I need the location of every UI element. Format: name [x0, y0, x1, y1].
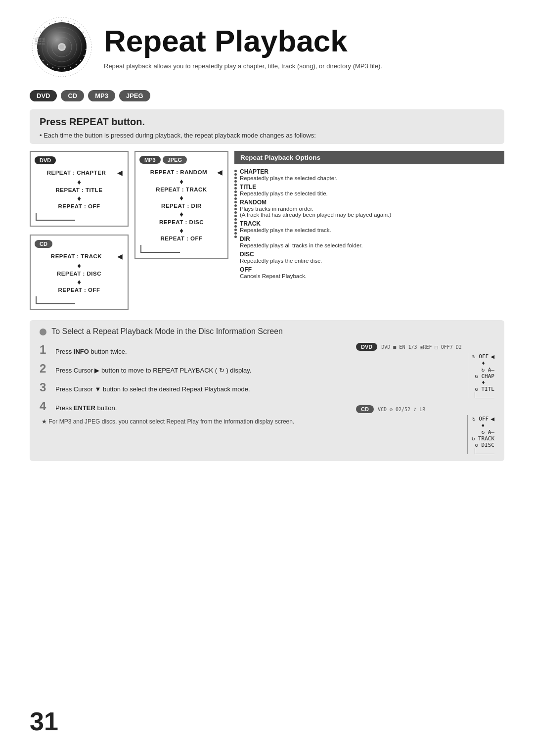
disc-graphic: 01010101 10100101 01010011	[30, 15, 94, 79]
options-panel: Repeat Playback Options	[234, 151, 504, 282]
opt-track-label: TRACK	[240, 220, 504, 227]
format-badges: DVD CD MP3 JPEG	[30, 90, 504, 101]
steps-area: 1 Press INFO button twice. 2 Press Curso…	[40, 343, 494, 454]
dvd-flow: DVD REPEAT : CHAPTER ◀ ♦ REPEAT : TITLE …	[30, 151, 129, 227]
svg-point-24	[43, 60, 44, 61]
svg-point-10	[74, 23, 75, 24]
steps-list: 1 Press INFO button twice. 2 Press Curso…	[40, 343, 346, 425]
badge-jpeg: JPEG	[119, 90, 150, 101]
opt-dir-desc: Repeatedly plays all tracks in the selec…	[240, 242, 504, 248]
dvd-screen-badge: DVD	[356, 343, 377, 351]
badge-mp3: MP3	[88, 90, 115, 101]
options-text: CHAPTER Repeatedly plays the selected ch…	[240, 168, 504, 282]
mp3jpeg-flow: MP3 JPEG REPEAT : RANDOM ◀ ♦ REPEAT : TR…	[134, 151, 228, 259]
opt-off-label: OFF	[240, 266, 504, 273]
opt-chapter-desc: Repeatedly plays the selected chapter.	[240, 175, 504, 181]
mp3-down-4: ♦	[135, 227, 227, 234]
dvd-screen: DVD DVD ■ EN 1/3 ▣REF □ OFF7 D2 ↻ OFF ◀ …	[356, 343, 494, 398]
opt-track-desc: Repeatedly plays the selected track.	[240, 227, 504, 233]
opt-random-desc: Plays tracks in random order.(A track th…	[240, 206, 504, 218]
svg-point-9	[68, 21, 69, 22]
step-1-text: Press INFO button twice.	[55, 348, 127, 355]
page-title: Repeat Playback	[104, 24, 504, 58]
dvd-arrow-1: ◀	[117, 169, 123, 177]
cd-item-1: REPEAT : TRACK	[36, 252, 117, 261]
svg-point-8	[61, 20, 62, 21]
svg-point-11	[79, 27, 80, 28]
cd-badge: CD	[35, 240, 52, 248]
mp3-item-1: REPEAT : RANDOM	[140, 168, 217, 177]
mp3-arrow-1: ◀	[217, 168, 222, 176]
press-repeat-desc: • Each time the button is pressed during…	[40, 132, 494, 139]
jpeg-badge: JPEG	[163, 156, 187, 164]
options-content: CHAPTER Repeatedly plays the selected ch…	[234, 168, 504, 282]
cd-screen-right: ↻ OFF ◀ ♦ ↻ A– ↻ TRACK ↻ DISC	[467, 415, 494, 454]
svg-point-13	[85, 37, 86, 38]
opt-off-desc: Cancels Repeat Playback.	[240, 273, 504, 279]
dvd-item-2: REPEAT : TITLE	[31, 186, 128, 194]
options-dots	[234, 168, 237, 282]
cd-item-3: REPEAT : OFF	[31, 285, 128, 294]
svg-text:01010101: 01010101	[35, 43, 45, 45]
subtitle-text: Repeat playback allows you to repeatedly…	[104, 62, 450, 70]
svg-point-22	[52, 67, 53, 68]
svg-point-30	[44, 27, 45, 28]
step-2-num: 2	[40, 362, 55, 376]
step-4-num: 4	[40, 399, 55, 413]
mp3-down-1: ♦	[135, 178, 227, 185]
options-title: Repeat Playback Options	[234, 151, 504, 164]
badge-cd: CD	[61, 90, 84, 101]
opt-title-label: TITLE	[240, 184, 504, 190]
disc-info-title: To Select a Repeat Playback Mode in the …	[40, 327, 494, 336]
svg-point-25	[39, 55, 40, 56]
mp3-item-2: REPEAT : TRACK	[135, 185, 227, 194]
dvd-item-3: REPEAT : OFF	[31, 202, 128, 211]
svg-point-12	[83, 32, 84, 33]
svg-text:10100101: 10100101	[35, 40, 45, 43]
mp3-item-4: REPEAT : DISC	[135, 218, 227, 227]
header-area: 01010101 10100101 01010011 Repeat Playba…	[0, 0, 534, 84]
mp3-down-2: ♦	[135, 194, 227, 201]
opt-random-label: RANDOM	[240, 199, 504, 206]
step-2-text: Press Cursor ▶ button to move to REPEAT …	[55, 367, 251, 374]
page-number: 31	[30, 707, 58, 736]
svg-point-19	[70, 67, 71, 68]
svg-point-18	[76, 64, 77, 65]
opt-title-desc: Repeatedly plays the selected title.	[240, 190, 504, 196]
step-4-text: Press ENTER button.	[55, 404, 117, 412]
svg-point-29	[40, 32, 41, 33]
step-3-text: Press Cursor ▼ button to select the desi…	[55, 385, 250, 393]
dvd-screen-right: ↻ OFF ◀ ♦ ↻ A– ↻ CHAP ♦ ↻ TITL	[468, 353, 494, 398]
svg-text:01010011: 01010011	[35, 38, 45, 40]
svg-point-23	[47, 64, 48, 65]
cd-arrow-1: ◀	[117, 252, 123, 260]
step-1: 1 Press INFO button twice.	[40, 343, 346, 357]
mp3-down-3: ♦	[135, 210, 227, 218]
step-4: 4 Press ENTER button.	[40, 399, 346, 413]
step-2: 2 Press Cursor ▶ button to move to REPEA…	[40, 362, 346, 376]
svg-point-15	[86, 49, 87, 50]
svg-point-17	[80, 60, 81, 61]
svg-point-32	[55, 21, 56, 22]
opt-disc-label: DISC	[240, 251, 504, 258]
cd-flow: CD REPEAT : TRACK ◀ ♦ REPEAT : DISC ♦ RE…	[30, 235, 129, 310]
dvd-badge: DVD	[35, 156, 56, 164]
svg-point-26	[37, 49, 38, 50]
opt-disc-desc: Repeatedly plays the entire disc.	[240, 258, 504, 264]
svg-point-31	[49, 23, 50, 24]
cd-screen: CD VCD ⊙ 02/52 ♪ LR ↻ OFF ◀ ♦ ↻ A– ↻ TRA…	[356, 405, 494, 454]
cd-down-2: ♦	[31, 278, 128, 285]
step-1-num: 1	[40, 343, 55, 357]
step-3: 3 Press Cursor ▼ button to select the de…	[40, 380, 346, 394]
step-note: ★ For MP3 and JPEG discs, you cannot sel…	[40, 418, 346, 425]
cd-down-1: ♦	[31, 262, 128, 269]
step-3-num: 3	[40, 380, 55, 394]
svg-point-14	[86, 43, 87, 44]
dvd-down-2: ♦	[31, 194, 128, 202]
screens-area: DVD DVD ■ EN 1/3 ▣REF □ OFF7 D2 ↻ OFF ◀ …	[356, 343, 494, 454]
press-repeat-section: Press REPEAT button. • Each time the but…	[30, 109, 504, 144]
mp3-item-3: REPEAT : DIR	[135, 201, 227, 210]
flow-diagrams-area: DVD REPEAT : CHAPTER ◀ ♦ REPEAT : TITLE …	[30, 151, 504, 310]
svg-point-16	[84, 55, 85, 56]
dvd-down-1: ♦	[31, 178, 128, 186]
